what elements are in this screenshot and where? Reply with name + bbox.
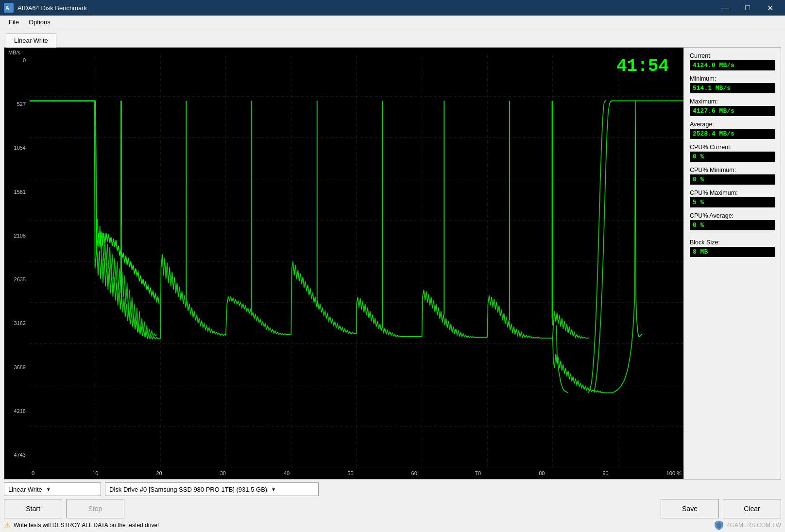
test-type-label: Linear Write — [8, 486, 42, 493]
cpu-maximum-label: CPU% Maximum: — [690, 189, 775, 196]
content-area: MB/s 41:54 4743 4216 3689 3162 2635 2108… — [4, 47, 781, 480]
test-type-dropdown[interactable]: Linear Write ▼ — [4, 482, 101, 496]
y-label-3162: 3162 — [6, 321, 28, 326]
block-size-stat: Block Size: 8 MB — [690, 239, 775, 257]
watermark-text: 4GAMERS.COM.TW — [727, 522, 781, 529]
y-label-0: 0 — [6, 58, 28, 63]
chart-wrapper: 4743 4216 3689 3162 2635 2108 1581 1054 … — [4, 55, 683, 467]
minimum-label: Minimum: — [690, 75, 775, 82]
cpu-maximum-value: 5 % — [690, 197, 775, 207]
minimum-stat: Minimum: 514.1 MB/s — [690, 75, 775, 93]
x-label-60: 60 — [411, 470, 417, 476]
maximize-button[interactable]: □ — [736, 0, 759, 16]
y-label-1054: 1054 — [6, 145, 28, 151]
average-stat: Average: 2528.4 MB/s — [690, 121, 775, 139]
y-axis-unit: MB/s — [4, 48, 683, 55]
cpu-current-value: 0 % — [690, 152, 775, 162]
maximum-label: Maximum: — [690, 98, 775, 105]
cpu-current-stat: CPU% Current: 0 % — [690, 144, 775, 162]
minimum-value: 514.1 MB/s — [690, 83, 775, 93]
maximum-value: 4127.6 MB/s — [690, 106, 775, 116]
menu-options[interactable]: Options — [24, 17, 55, 28]
start-button[interactable]: Start — [4, 499, 62, 518]
app-icon: A — [4, 3, 14, 13]
cpu-current-label: CPU% Current: — [690, 144, 775, 151]
current-label: Current: — [690, 52, 775, 59]
menubar: File Options — [0, 16, 785, 29]
stop-button[interactable]: Stop — [66, 499, 124, 518]
block-size-label: Block Size: — [690, 239, 775, 246]
cpu-minimum-label: CPU% Minimum: — [690, 167, 775, 173]
save-button[interactable]: Save — [661, 499, 719, 518]
y-axis: 4743 4216 3689 3162 2635 2108 1581 1054 … — [4, 55, 30, 467]
chart-canvas: .wave { fill: none; stroke: #00dd00; str… — [30, 55, 683, 467]
chart-area: MB/s 41:54 4743 4216 3689 3162 2635 2108… — [4, 48, 683, 479]
y-label-3689: 3689 — [6, 365, 28, 370]
x-label-10: 10 — [92, 470, 98, 476]
timer-display: 41:54 — [616, 56, 669, 76]
x-label-100: 100 % — [666, 470, 682, 476]
warning-text: Write tests will DESTROY ALL DATA on the… — [14, 522, 159, 529]
x-label-40: 40 — [284, 470, 290, 476]
window-controls: — □ ✕ — [714, 0, 781, 16]
x-label-90: 90 — [602, 470, 608, 476]
warning-row: ⚠ Write tests will DESTROY ALL DATA on t… — [0, 518, 785, 532]
drive-label: Disk Drive #0 [Samsung SSD 980 PRO 1TB] … — [109, 486, 267, 493]
main-content: Linear Write MB/s 41:54 4743 4216 3689 3… — [0, 29, 785, 532]
cpu-maximum-stat: CPU% Maximum: 5 % — [690, 189, 775, 207]
bottom-controls: Linear Write ▼ Disk Drive #0 [Samsung SS… — [4, 482, 781, 518]
average-value: 2528.4 MB/s — [690, 129, 775, 139]
tab-bar: Linear Write — [0, 29, 785, 47]
x-label-0: 0 — [32, 470, 34, 476]
minimize-button[interactable]: — — [714, 0, 736, 16]
watermark-shield-icon — [714, 520, 724, 530]
x-label-80: 80 — [539, 470, 545, 476]
current-stat: Current: 4124.0 MB/s — [690, 52, 775, 70]
window-title: AIDA64 Disk Benchmark — [17, 4, 714, 12]
warning-icon: ⚠ — [4, 521, 11, 530]
drive-arrow: ▼ — [271, 487, 276, 492]
tab-linear-write[interactable]: Linear Write — [6, 34, 56, 48]
x-axis-row: 0 10 20 30 40 50 60 70 80 90 100 % — [4, 467, 683, 479]
cpu-minimum-stat: CPU% Minimum: 0 % — [690, 167, 775, 185]
x-label-70: 70 — [475, 470, 481, 476]
test-type-arrow: ▼ — [46, 487, 51, 492]
svg-text:A: A — [5, 5, 9, 11]
cpu-average-value: 0 % — [690, 220, 775, 230]
block-size-value: 8 MB — [690, 247, 775, 257]
menu-file[interactable]: File — [4, 17, 24, 28]
controls-row1: Linear Write ▼ Disk Drive #0 [Samsung SS… — [4, 482, 781, 496]
y-label-527: 527 — [6, 102, 28, 107]
x-label-20: 20 — [156, 470, 162, 476]
drive-select-dropdown[interactable]: Disk Drive #0 [Samsung SSD 980 PRO 1TB] … — [105, 482, 319, 496]
cpu-average-stat: CPU% Average: 0 % — [690, 212, 775, 230]
titlebar: A AIDA64 Disk Benchmark — □ ✕ — [0, 0, 785, 16]
clear-button[interactable]: Clear — [723, 499, 781, 518]
x-axis-labels: 0 10 20 30 40 50 60 70 80 90 100 % — [30, 470, 683, 476]
stats-panel: Current: 4124.0 MB/s Minimum: 514.1 MB/s… — [683, 48, 781, 479]
y-label-4743: 4743 — [6, 452, 28, 458]
y-label-2108: 2108 — [6, 233, 28, 239]
close-button[interactable]: ✕ — [759, 0, 781, 16]
main-chart-svg: .wave { fill: none; stroke: #00dd00; str… — [30, 55, 683, 467]
y-label-1581: 1581 — [6, 189, 28, 195]
x-label-50: 50 — [347, 470, 353, 476]
y-label-4216: 4216 — [6, 409, 28, 414]
controls-row2: Start Stop Save Clear — [4, 499, 781, 518]
cpu-minimum-value: 0 % — [690, 174, 775, 185]
average-label: Average: — [690, 121, 775, 128]
x-label-30: 30 — [220, 470, 226, 476]
current-value: 4124.0 MB/s — [690, 60, 775, 70]
cpu-average-label: CPU% Average: — [690, 212, 775, 219]
maximum-stat: Maximum: 4127.6 MB/s — [690, 98, 775, 116]
y-label-2635: 2635 — [6, 277, 28, 282]
